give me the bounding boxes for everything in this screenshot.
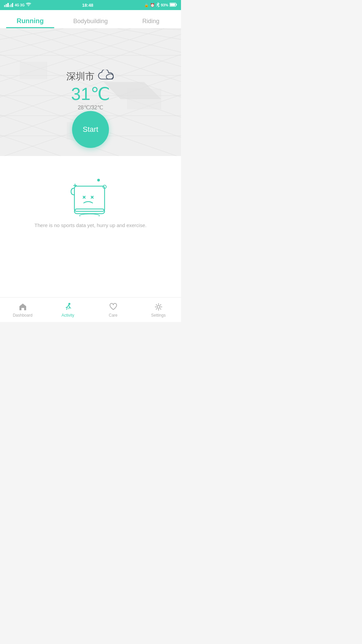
nav-settings-label: Settings — [151, 313, 166, 318]
start-button[interactable]: Start — [72, 111, 109, 148]
empty-state-icon: + — [64, 169, 117, 216]
activity-icon — [63, 302, 73, 312]
tab-running[interactable]: Running — [0, 17, 60, 28]
map-area: 深圳市 31℃ 28℃/32℃ Start — [0, 29, 181, 156]
svg-rect-8 — [170, 4, 175, 6]
svg-rect-34 — [20, 62, 47, 79]
settings-icon — [154, 302, 163, 312]
bluetooth-icon — [156, 2, 160, 8]
signal-icon — [4, 2, 13, 8]
svg-rect-0 — [4, 5, 5, 7]
nav-settings[interactable]: Settings — [136, 298, 181, 322]
svg-rect-5 — [12, 3, 13, 7]
empty-state-message: There is no sports data yet, hurry up an… — [35, 222, 146, 229]
status-time: 18:48 — [82, 3, 93, 8]
battery-icon — [170, 3, 177, 7]
dashboard-icon — [18, 302, 27, 312]
network-type: 4G 3G — [15, 3, 24, 7]
svg-rect-3 — [9, 5, 10, 7]
nav-activity[interactable]: Activity — [45, 298, 90, 322]
svg-rect-2 — [7, 3, 9, 7]
svg-rect-41 — [74, 186, 105, 211]
wifi-icon — [26, 3, 31, 7]
tab-bodybuilding[interactable]: Bodybuilding — [60, 18, 121, 28]
nav-care-label: Care — [109, 313, 117, 318]
cloud-icon — [98, 70, 115, 83]
svg-rect-7 — [176, 4, 177, 6]
status-signal: 4G 3G — [4, 2, 31, 8]
alarm-icon: ⏰ — [150, 3, 155, 7]
temperature-main: 31℃ — [66, 85, 115, 104]
svg-point-39 — [97, 179, 100, 181]
activity-tabs: Running Bodybuilding Riding — [0, 10, 181, 29]
city-name: 深圳市 — [66, 70, 95, 83]
battery-percent: 93% — [161, 3, 168, 7]
care-icon — [109, 302, 118, 312]
empty-state-section: + There is no sports data yet, hurry up … — [0, 156, 181, 239]
status-right-icons: 🔒 ⏰ 93% — [144, 2, 177, 8]
tab-riding[interactable]: Riding — [121, 18, 181, 28]
weather-overlay: 深圳市 31℃ 28℃/32℃ — [66, 70, 115, 111]
svg-point-49 — [157, 306, 160, 308]
lock-icon: 🔒 — [144, 3, 149, 7]
status-bar: 4G 3G 18:48 🔒 ⏰ 93% — [0, 0, 181, 10]
nav-care[interactable]: Care — [90, 298, 136, 322]
bottom-nav: Dashboard Activity Care Settings — [0, 297, 181, 322]
nav-activity-label: Activity — [61, 313, 74, 318]
main-content: 深圳市 31℃ 28℃/32℃ Start + — [0, 29, 181, 297]
nav-dashboard-label: Dashboard — [13, 313, 33, 318]
svg-rect-4 — [11, 4, 12, 7]
nav-dashboard[interactable]: Dashboard — [0, 298, 45, 322]
start-button-container: Start — [72, 111, 109, 148]
temperature-range: 28℃/32℃ — [66, 104, 115, 111]
svg-rect-1 — [6, 4, 7, 7]
svg-point-43 — [79, 214, 100, 216]
